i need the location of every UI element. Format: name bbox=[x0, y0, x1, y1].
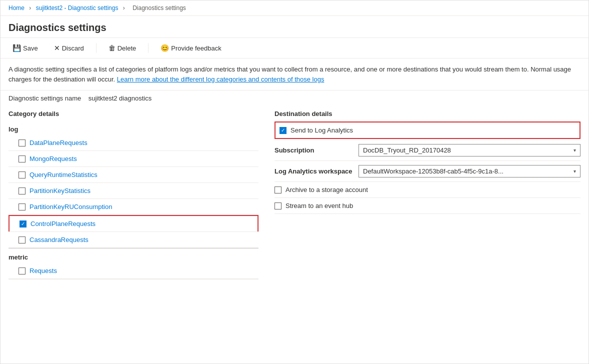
cassandra-label: CassandraRequests bbox=[30, 236, 88, 244]
stream-event-hub-label: Stream to an event hub bbox=[286, 202, 353, 210]
controlplane-highlighted-row: ControlPlaneRequests bbox=[8, 215, 258, 232]
subscription-label: Subscription bbox=[274, 146, 354, 154]
archive-storage-row: Archive to a storage account bbox=[274, 182, 580, 198]
workspace-row: Log Analytics workspace DefaultWorkspace… bbox=[274, 161, 580, 182]
log-analytics-checkbox[interactable] bbox=[280, 127, 286, 134]
requests-checkbox[interactable] bbox=[18, 268, 26, 274]
feedback-icon: 😊 bbox=[160, 44, 169, 52]
setting-name-row: Diagnostic settings name sujitktest2 dia… bbox=[0, 90, 588, 104]
dataplane-label: DataPlaneRequests bbox=[30, 139, 88, 146]
queryruntime-label: QueryRuntimeStatistics bbox=[30, 171, 98, 178]
list-item: QueryRuntimeStatistics bbox=[8, 167, 258, 183]
chevron-down-icon: ▾ bbox=[574, 148, 576, 153]
partitionkey-checkbox[interactable] bbox=[18, 188, 26, 194]
log-section-title: log bbox=[8, 122, 258, 135]
partitionkeyru-label: PartitionKeyRUConsumption bbox=[30, 203, 112, 210]
list-item: PartitionKeyRUConsumption bbox=[8, 199, 258, 215]
workspace-select[interactable]: DefaultWorkspace-12053b8f-cab5-4f5c-9c1a… bbox=[358, 165, 580, 178]
subscription-dropdown[interactable]: DocDB_Tryout_RD_20170428 ▾ bbox=[358, 144, 580, 156]
partitionkey-label: PartitionKeyStatistics bbox=[30, 187, 90, 194]
setting-name-value: sujitktest2 diagnostics bbox=[88, 94, 152, 102]
chevron-down-icon-2: ▾ bbox=[574, 168, 576, 174]
workspace-value: DefaultWorkspace-12053b8f-cab5-4f5c-9c1a… bbox=[363, 168, 504, 175]
feedback-button[interactable]: 😊 Provide feedback bbox=[156, 42, 225, 54]
toolbar-separator-2 bbox=[148, 43, 148, 53]
requests-label: Requests bbox=[30, 267, 57, 274]
destination-details-title: Destination details bbox=[274, 104, 580, 122]
breadcrumb-parent[interactable]: sujitktest2 - Diagnostic settings bbox=[36, 4, 118, 12]
archive-storage-checkbox[interactable] bbox=[274, 186, 282, 194]
partitionkeyru-checkbox[interactable] bbox=[18, 204, 26, 210]
list-item: MongoRequests bbox=[8, 151, 258, 167]
description-area: A diagnostic setting specifies a list of… bbox=[0, 58, 588, 90]
stream-event-hub-checkbox[interactable] bbox=[274, 202, 282, 210]
list-item: DataPlaneRequests bbox=[8, 135, 258, 151]
save-button[interactable]: 💾 Save bbox=[8, 42, 42, 54]
left-panel: Category details log DataPlaneRequests M… bbox=[8, 104, 258, 280]
discard-icon: ✕ bbox=[54, 44, 60, 52]
toolbar-separator bbox=[96, 43, 96, 53]
setting-name-label: Diagnostic settings name bbox=[8, 94, 81, 102]
save-icon: 💾 bbox=[12, 44, 21, 52]
discard-button[interactable]: ✕ Discard bbox=[50, 42, 88, 54]
cassandra-checkbox[interactable] bbox=[18, 236, 26, 244]
subscription-row: Subscription DocDB_Tryout_RD_20170428 ▾ bbox=[274, 140, 580, 161]
dataplane-checkbox[interactable] bbox=[18, 140, 26, 146]
breadcrumb: Home › sujitktest2 - Diagnostic settings… bbox=[0, 0, 588, 16]
right-panel: Destination details Send to Log Analytic… bbox=[274, 104, 580, 280]
learn-more-link[interactable]: Learn more about the different log categ… bbox=[117, 76, 324, 83]
controlplane-checkbox[interactable] bbox=[20, 220, 26, 228]
mongo-label: MongoRequests bbox=[30, 155, 77, 162]
workspace-dropdown[interactable]: DefaultWorkspace-12053b8f-cab5-4f5c-9c1a… bbox=[358, 165, 580, 178]
list-item: PartitionKeyStatistics bbox=[8, 183, 258, 199]
controlplane-label: ControlPlaneRequests bbox=[30, 220, 96, 228]
log-analytics-label: Send to Log Analytics bbox=[290, 126, 353, 134]
breadcrumb-current: Diagnostics settings bbox=[132, 4, 186, 12]
queryruntime-checkbox[interactable] bbox=[18, 172, 26, 178]
mongo-checkbox[interactable] bbox=[18, 156, 26, 162]
workspace-label: Log Analytics workspace bbox=[274, 168, 354, 175]
archive-storage-label: Archive to a storage account bbox=[286, 186, 368, 194]
content-area: Category details log DataPlaneRequests M… bbox=[0, 104, 588, 288]
send-to-log-analytics-row: Send to Log Analytics bbox=[274, 122, 580, 139]
delete-icon: 🗑 bbox=[108, 44, 116, 52]
list-item: CassandraRequests bbox=[8, 232, 258, 248]
page-header: Diagnostics settings bbox=[0, 16, 588, 38]
subscription-select[interactable]: DocDB_Tryout_RD_20170428 ▾ bbox=[358, 144, 580, 156]
breadcrumb-home[interactable]: Home bbox=[8, 4, 24, 12]
metric-section-title: metric bbox=[8, 248, 258, 263]
stream-event-hub-row: Stream to an event hub bbox=[274, 198, 580, 214]
category-details-title: Category details bbox=[8, 104, 258, 122]
toolbar: 💾 Save ✕ Discard 🗑 Delete 😊 Provide feed… bbox=[0, 38, 588, 58]
page-title: Diagnostics settings bbox=[8, 22, 580, 34]
list-item: Requests bbox=[8, 263, 258, 279]
subscription-value: DocDB_Tryout_RD_20170428 bbox=[363, 146, 451, 154]
delete-button[interactable]: 🗑 Delete bbox=[104, 42, 140, 54]
